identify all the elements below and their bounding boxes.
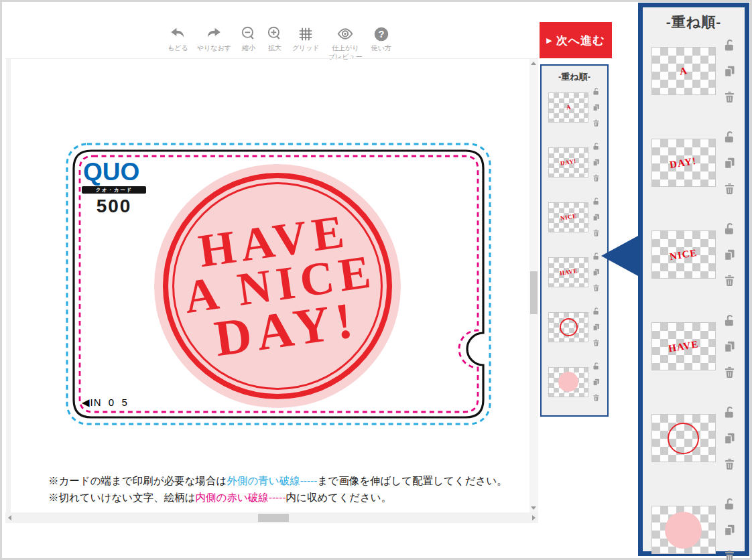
layer-item[interactable]: DAY! <box>542 142 607 182</box>
duplicate-icon[interactable] <box>592 158 601 167</box>
vertical-scroll-thumb[interactable] <box>530 271 538 314</box>
duplicate-icon[interactable] <box>723 431 737 445</box>
duplicate-icon[interactable] <box>723 523 737 537</box>
layer-thumbnail[interactable]: DAY! <box>548 147 588 178</box>
duplicate-icon[interactable] <box>723 64 737 78</box>
layer-item[interactable]: HAVE <box>643 313 745 379</box>
horizontal-scroll-thumb[interactable] <box>258 514 289 522</box>
duplicate-icon[interactable] <box>592 378 601 387</box>
delete-icon[interactable] <box>723 273 737 287</box>
finish-preview-button[interactable]: 仕上がり プレビュー <box>328 25 363 61</box>
grid-button[interactable]: グリッド <box>292 25 320 53</box>
help-button[interactable]: ? 使い方 <box>371 25 391 53</box>
editor-window: もどる やりなおす 縮小 拡大 <box>0 0 752 560</box>
next-step-button[interactable]: ▶ 次へ進む <box>540 22 612 58</box>
delete-icon[interactable] <box>592 393 601 402</box>
layer-thumbnail[interactable]: NICE <box>548 202 588 232</box>
layer-thumbnail[interactable] <box>651 414 716 462</box>
delete-icon[interactable] <box>723 549 737 560</box>
layer-thumbnail-label: NICE <box>560 212 577 222</box>
delete-icon[interactable] <box>723 182 737 196</box>
unlock-icon[interactable] <box>592 252 601 261</box>
layer-thumbnail[interactable]: HAVE <box>548 257 588 287</box>
layer-actions <box>592 87 601 127</box>
layer-item[interactable] <box>542 307 607 347</box>
unlock-icon[interactable] <box>592 307 601 316</box>
layer-item[interactable] <box>643 405 745 471</box>
layer-thumbnail[interactable]: HAVE <box>651 322 716 370</box>
stamp-design[interactable]: HAVE A NICE DAY! <box>154 164 401 408</box>
duplicate-icon[interactable] <box>592 268 601 277</box>
quo-brand-text: QUO <box>82 159 146 184</box>
layer-thumbnail[interactable] <box>548 312 588 342</box>
layer-item[interactable]: DAY! <box>643 130 745 196</box>
tool-label: 使い方 <box>371 44 391 53</box>
layer-thumbnail-shape <box>560 318 578 336</box>
vertical-scrollbar[interactable] <box>529 59 538 512</box>
duplicate-icon[interactable] <box>592 213 601 222</box>
zoom-out-button[interactable]: 縮小 <box>240 25 257 53</box>
layer-actions <box>723 313 737 379</box>
zoom-out-icon <box>240 25 257 43</box>
unlock-icon[interactable] <box>592 197 601 206</box>
layer-thumbnail[interactable]: NICE <box>651 230 716 279</box>
layer-list: A DAY! <box>542 87 607 402</box>
scroll-down-icon[interactable] <box>531 506 536 510</box>
callout-arrow-icon <box>601 236 638 276</box>
delete-icon[interactable] <box>592 283 601 292</box>
layer-thumbnail[interactable]: A <box>651 47 716 95</box>
duplicate-icon[interactable] <box>723 156 737 170</box>
layer-item[interactable] <box>542 362 607 402</box>
delete-icon[interactable] <box>592 173 601 182</box>
unlock-icon[interactable] <box>723 222 737 236</box>
layer-item[interactable]: NICE <box>542 197 607 237</box>
scroll-up-icon[interactable] <box>531 62 536 65</box>
unlock-icon[interactable] <box>592 142 601 151</box>
scroll-right-icon[interactable] <box>532 515 536 520</box>
quo-logo: QUO クオ・カード 500 <box>82 159 146 217</box>
layer-item[interactable] <box>643 497 745 560</box>
delete-icon[interactable] <box>723 365 737 379</box>
layer-thumbnail[interactable]: DAY! <box>651 139 716 187</box>
layer-item[interactable]: NICE <box>643 222 745 287</box>
unlock-icon[interactable] <box>592 362 601 370</box>
zoom-in-button[interactable]: 拡大 <box>266 25 284 53</box>
layer-thumbnail[interactable] <box>651 506 716 554</box>
unlock-icon[interactable] <box>723 313 737 328</box>
duplicate-icon[interactable] <box>592 323 601 332</box>
layer-item[interactable]: HAVE <box>542 252 607 292</box>
redo-button[interactable]: やりなおす <box>197 25 231 53</box>
duplicate-icon[interactable] <box>723 248 737 262</box>
unlock-icon[interactable] <box>592 87 601 96</box>
unlock-icon[interactable] <box>723 130 737 144</box>
undo-arrow-icon <box>169 25 186 43</box>
scroll-left-icon[interactable] <box>8 515 11 520</box>
duplicate-icon[interactable] <box>592 103 601 112</box>
tool-label: 縮小 <box>242 44 255 53</box>
grid-icon <box>297 25 314 43</box>
delete-icon[interactable] <box>592 228 601 237</box>
undo-button[interactable]: もどる <box>168 25 188 53</box>
quo-brand-subtitle: クオ・カード <box>82 186 146 194</box>
redo-arrow-icon <box>205 25 223 43</box>
unlock-icon[interactable] <box>723 405 737 419</box>
layer-actions <box>592 362 601 402</box>
duplicate-icon[interactable] <box>723 340 737 354</box>
layer-thumbnail-label: A <box>678 65 688 78</box>
layer-actions <box>723 130 737 196</box>
delete-icon[interactable] <box>592 338 601 347</box>
layer-item[interactable]: A <box>643 38 745 104</box>
layer-thumbnail[interactable]: A <box>548 92 588 123</box>
delete-icon[interactable] <box>723 457 737 471</box>
unlock-icon[interactable] <box>723 497 737 511</box>
layer-thumbnail-shape <box>668 423 699 454</box>
layer-actions <box>723 38 737 104</box>
delete-icon[interactable] <box>723 90 737 104</box>
layer-item[interactable]: A <box>542 87 607 127</box>
delete-icon[interactable] <box>592 119 601 127</box>
layer-thumbnail-shape <box>665 512 702 549</box>
horizontal-scrollbar[interactable] <box>5 512 538 523</box>
layer-thumbnail[interactable] <box>548 367 588 397</box>
unlock-icon[interactable] <box>723 38 737 52</box>
tool-label: グリッド <box>292 44 320 53</box>
